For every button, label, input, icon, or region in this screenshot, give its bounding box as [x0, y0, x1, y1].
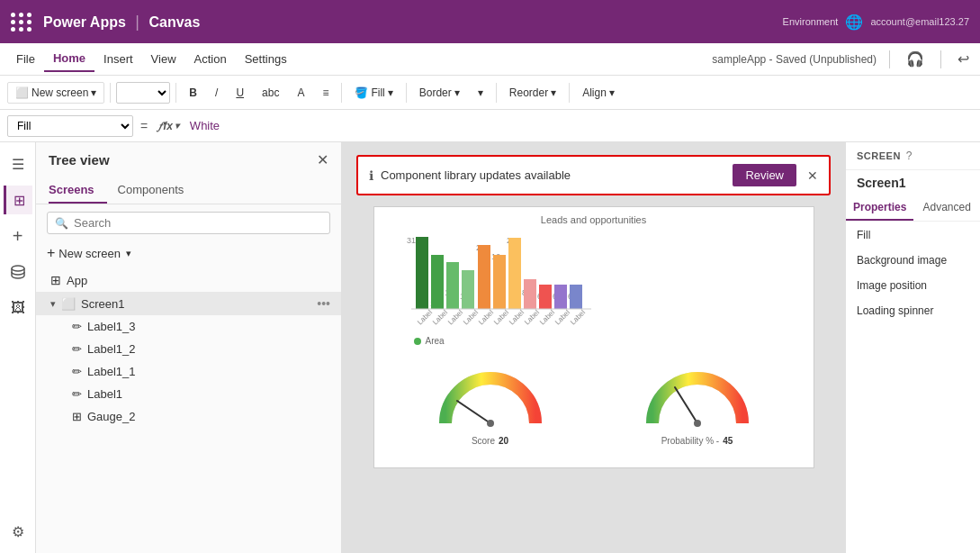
- label-icon: ✏: [72, 387, 82, 401]
- align-right-button[interactable]: Align ▾: [575, 83, 622, 103]
- tree-item-label1[interactable]: ✏ Label1: [36, 383, 341, 405]
- svg-text:Label: Label: [476, 308, 494, 326]
- new-screen-label: New screen: [58, 247, 121, 260]
- separator: [889, 50, 890, 68]
- menu-home[interactable]: Home: [44, 46, 94, 72]
- tree-item-app[interactable]: ⊞ App: [36, 268, 341, 292]
- new-screen-button[interactable]: ⬜ New screen ▾: [7, 82, 104, 104]
- hamburger-icon[interactable]: ☰: [4, 150, 32, 178]
- top-bar: Power Apps | Canvas Environment 🌐 accoun…: [0, 0, 980, 43]
- tree-item-label1-2[interactable]: ✏ Label1_2: [36, 338, 341, 360]
- tab-components[interactable]: Components: [118, 177, 197, 204]
- canvas-area: ℹ Component library updates available Re…: [342, 142, 845, 553]
- tab-screens[interactable]: Screens: [49, 177, 107, 204]
- prop-loading-spinner[interactable]: Loading spinner: [857, 304, 969, 317]
- svg-rect-10: [478, 245, 490, 309]
- notification-container: ℹ Component library updates available Re…: [342, 142, 845, 199]
- app-grid-icon[interactable]: [11, 13, 32, 32]
- fx-icon: 𝑓: [158, 120, 161, 132]
- search-icon: 🔍: [55, 217, 68, 230]
- tree-item-label: Label1_1: [87, 365, 330, 378]
- prop-fill[interactable]: Fill: [857, 229, 969, 241]
- bar-chart-svg: 31 18 15 11 22 16 25 8: [389, 232, 803, 331]
- toolbar-sep5: [496, 83, 497, 103]
- help-icon[interactable]: ?: [906, 150, 913, 162]
- menu-action[interactable]: Action: [185, 47, 236, 71]
- svg-text:Label: Label: [461, 308, 479, 326]
- svg-text:Label: Label: [537, 308, 555, 326]
- gauge-icon: ⊞: [72, 410, 82, 423]
- fill-button[interactable]: 🪣 Fill ▾: [347, 83, 400, 103]
- menu-insert[interactable]: Insert: [94, 47, 142, 71]
- svg-rect-8: [462, 270, 474, 309]
- screen-section-label: SCREEN: [857, 150, 901, 161]
- right-panel-tabs: Properties Advanced: [846, 195, 980, 222]
- more-options-icon[interactable]: •••: [317, 296, 330, 311]
- layers-icon[interactable]: ⊞: [4, 186, 32, 214]
- fx-button[interactable]: 𝑓 fx ▾: [155, 118, 183, 134]
- font-color-button[interactable]: A: [290, 83, 311, 103]
- controls-icon[interactable]: ⚙: [4, 517, 32, 546]
- border-button[interactable]: Border ▾: [412, 83, 467, 103]
- search-input[interactable]: [74, 216, 322, 230]
- property-select[interactable]: Fill: [7, 115, 133, 137]
- add-icon[interactable]: +: [4, 222, 32, 250]
- align-dropdown: ▾: [609, 86, 615, 99]
- prop-background-image[interactable]: Background image: [857, 254, 969, 267]
- new-screen-row[interactable]: + New screen ▾: [36, 241, 341, 268]
- svg-text:Label: Label: [415, 308, 433, 326]
- chart-title: Leads and opportunities: [382, 214, 806, 225]
- italic-button[interactable]: /: [208, 83, 225, 103]
- svg-text:Label: Label: [522, 308, 540, 326]
- tree-item-label1-1[interactable]: ✏ Label1_1: [36, 360, 341, 383]
- tree-item-gauge2[interactable]: ⊞ Gauge_2: [36, 405, 341, 428]
- right-panel: SCREEN ? Screen1 Properties Advanced Fil…: [845, 142, 980, 553]
- screen-icon: ⬜: [15, 86, 29, 99]
- gauge2-container: Probability % - 45: [639, 360, 756, 446]
- formula-value[interactable]: White: [190, 119, 973, 132]
- gauge2-svg: [639, 360, 756, 432]
- gauge1-label: Score 20: [472, 436, 508, 446]
- headphone-icon[interactable]: 🎧: [903, 47, 928, 71]
- canvas-frame: Leads and opportunities 31 18 15 11 22: [342, 199, 845, 553]
- toolbar-sep1: [110, 83, 111, 103]
- app-title: Power Apps | Canvas: [43, 13, 200, 32]
- screen-name: Screen1: [846, 170, 980, 195]
- notification-close-icon[interactable]: ✕: [807, 168, 818, 183]
- prop-image-position[interactable]: Image position: [857, 279, 969, 292]
- tree-item-screen1[interactable]: ▾ ⬜ Screen1 •••: [36, 292, 341, 315]
- media-icon[interactable]: 🖼: [4, 294, 32, 322]
- svg-line-35: [457, 401, 490, 423]
- tab-advanced[interactable]: Advanced: [913, 195, 980, 221]
- chevron-down-button[interactable]: ▾: [471, 83, 490, 103]
- separator2: [940, 50, 941, 68]
- tab-properties[interactable]: Properties: [846, 195, 913, 221]
- formula-bar: Fill = 𝑓 fx ▾ White: [0, 110, 980, 142]
- search-box: 🔍: [47, 212, 330, 234]
- menu-view[interactable]: View: [142, 47, 185, 71]
- tree-item-label: Screen1: [81, 297, 311, 311]
- data-icon[interactable]: [4, 258, 32, 286]
- expand-icon[interactable]: ▾: [50, 298, 56, 310]
- strikethrough-button[interactable]: abc: [255, 83, 286, 103]
- svg-text:Label: Label: [568, 308, 586, 326]
- undo-icon[interactable]: ↩: [954, 47, 973, 71]
- tree-item-label1-3[interactable]: ✏ Label1_3: [36, 315, 341, 338]
- bold-button[interactable]: B: [182, 83, 204, 103]
- svg-rect-18: [539, 285, 552, 309]
- reorder-button[interactable]: Reorder ▾: [502, 83, 563, 103]
- align-button[interactable]: ≡: [315, 83, 336, 103]
- svg-rect-14: [508, 238, 521, 309]
- equals-sign: =: [140, 119, 148, 133]
- notification-bar: ℹ Component library updates available Re…: [356, 155, 831, 195]
- svg-text:Label: Label: [507, 308, 525, 326]
- menu-settings[interactable]: Settings: [236, 47, 296, 71]
- tree-search: 🔍: [36, 204, 341, 241]
- menu-bar-right: sampleApp - Saved (Unpublished) 🎧 ↩: [712, 47, 973, 71]
- close-icon[interactable]: ✕: [317, 151, 328, 168]
- tree-panel: Tree view ✕ Screens Components 🔍 + New s…: [36, 142, 342, 553]
- review-button[interactable]: Review: [733, 164, 796, 186]
- underline-button[interactable]: U: [229, 83, 251, 103]
- menu-file[interactable]: File: [7, 47, 44, 71]
- font-select[interactable]: [116, 82, 170, 104]
